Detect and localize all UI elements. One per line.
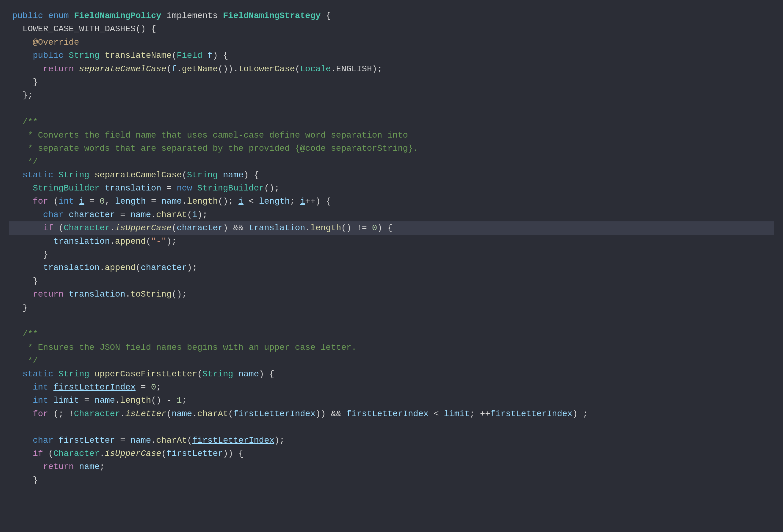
code-line-36: } [9,474,774,487]
code-line-6: } [9,75,774,89]
code-editor: public enum FieldNamingPolicy implements… [0,6,783,490]
code-line-8 [9,102,774,115]
code-line-20: translation.append(character); [9,261,774,274]
code-line-34: if (Character.isUpperCase(firstLetter)) … [9,447,774,460]
code-line-4: public String translateName(Field f) { [9,49,774,62]
code-line-2: LOWER_CASE_WITH_DASHES() { [9,22,774,35]
code-line-19: } [9,248,774,261]
code-line-13: static String separateCamelCase(String n… [9,168,774,181]
code-line-32 [9,421,774,434]
code-line-15: for (int i = 0, length = name.length(); … [9,195,774,208]
code-line-31: for (; !Character.isLetter(name.charAt(f… [9,407,774,421]
code-line-29: int firstLetterIndex = 0; [9,381,774,394]
code-line-14: StringBuilder translation = new StringBu… [9,181,774,195]
code-line-9: /** [9,115,774,128]
code-line-35: return name; [9,460,774,473]
code-line-28: static String upperCaseFirstLetter(Strin… [9,367,774,381]
code-line-21: } [9,274,774,288]
code-line-1: public enum FieldNamingPolicy implements… [9,9,774,22]
code-line-30: int limit = name.length() - 1; [9,394,774,407]
code-line-7: }; [9,89,774,102]
code-line-12: */ [9,155,774,168]
code-line-16: char character = name.charAt(i); [9,208,774,221]
code-line-27: */ [9,354,774,367]
code-line-3: @Override [9,36,774,49]
code-line-26: * Ensures the JSON field names begins wi… [9,341,774,354]
code-line-18: translation.append("-"); [9,235,774,248]
code-line-17: if (Character.isUpperCase(character) && … [9,221,774,234]
code-line-5: return separateCamelCase(f.getName()).to… [9,62,774,75]
code-line-25: /** [9,328,774,341]
code-line-24 [9,314,774,328]
code-line-23: } [9,301,774,314]
code-line-11: * separate words that are separated by t… [9,142,774,155]
code-line-33: char firstLetter = name.charAt(firstLett… [9,434,774,447]
code-line-22: return translation.toString(); [9,288,774,301]
code-line-10: * Converts the field name that uses came… [9,129,774,142]
